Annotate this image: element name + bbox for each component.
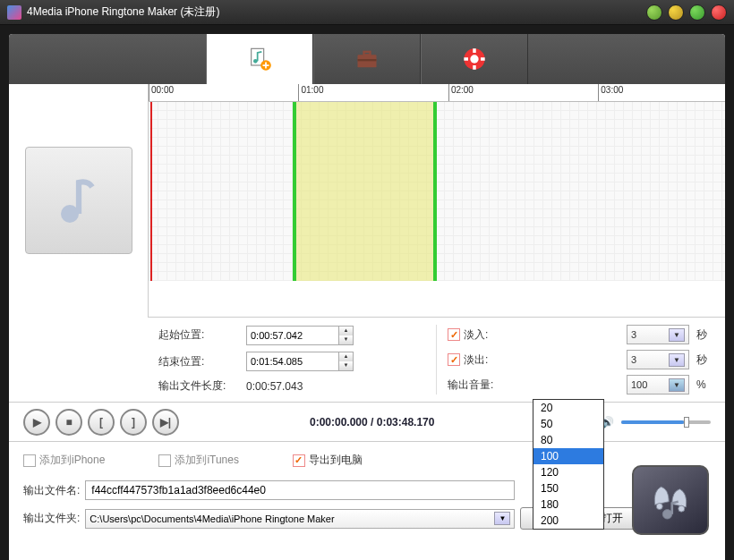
- spinner-up[interactable]: ▲: [339, 327, 353, 335]
- toolbar: [9, 34, 725, 84]
- selection-range[interactable]: [293, 102, 437, 281]
- tab-help[interactable]: [421, 34, 528, 84]
- output-volume-label: 输出音量:: [448, 378, 559, 393]
- output-length-value: 0:00:57.043: [246, 380, 363, 393]
- set-start-button[interactable]: [: [88, 409, 115, 436]
- music-note-icon: [52, 174, 106, 227]
- export-to-pc-label: 导出到电脑: [309, 453, 363, 468]
- time-ruler: 00:00 01:00 02:00 03:00: [149, 84, 725, 102]
- volume-option[interactable]: 100: [533, 448, 603, 464]
- volume-option[interactable]: 200: [533, 513, 603, 529]
- add-to-itunes-checkbox[interactable]: [158, 454, 171, 467]
- tab-add-file[interactable]: [206, 34, 313, 84]
- output-volume-select[interactable]: 100▼: [627, 375, 689, 395]
- volume-option[interactable]: 80: [533, 432, 603, 448]
- create-ringtone-button[interactable]: [632, 465, 709, 535]
- play-button[interactable]: ▶: [23, 409, 50, 436]
- timeline[interactable]: 00:00 01:00 02:00 03:00: [148, 84, 725, 317]
- close-button[interactable]: [711, 4, 727, 21]
- output-length-label: 输出文件长度:: [158, 378, 239, 394]
- playback-controls: ▶ ■ [ ] ▶| 0:00:00.000 / 0:03:48.170 🔊: [9, 402, 725, 441]
- main-panel: 00:00 01:00 02:00 03:00 起始位置: ▲▼ 结束位置: ▲…: [9, 34, 725, 560]
- set-end-button[interactable]: ]: [120, 409, 147, 436]
- fade-in-checkbox[interactable]: [448, 328, 460, 341]
- volume-option[interactable]: 120: [533, 464, 603, 480]
- thumbnail-column: [9, 84, 148, 317]
- time-display: 0:00:00.000 / 0:03:48.170: [310, 416, 434, 428]
- lifebuoy-icon: [462, 47, 487, 72]
- fade-out-checkbox[interactable]: [448, 353, 460, 366]
- tab-library[interactable]: [313, 34, 421, 84]
- volume-option[interactable]: 50: [533, 416, 603, 432]
- percent-unit: %: [696, 378, 714, 391]
- svg-point-7: [470, 55, 478, 63]
- chevron-down-icon: ▼: [669, 328, 685, 342]
- fade-in-label: 淡入:: [464, 328, 488, 341]
- volume-dropdown-list[interactable]: 205080100120150180200: [533, 399, 604, 530]
- ruler-tick: 00:00: [149, 84, 174, 101]
- spinner-down[interactable]: ▼: [339, 361, 353, 370]
- parameters-row: 起始位置: ▲▼ 结束位置: ▲▼ 输出文件长度: 0:00:57.043 淡入…: [148, 317, 725, 402]
- export-to-pc-checkbox[interactable]: [293, 454, 305, 467]
- add-to-iphone-checkbox[interactable]: [23, 454, 36, 467]
- output-filename-input[interactable]: [85, 480, 515, 500]
- briefcase-icon: [354, 47, 380, 72]
- output-area: 添加到iPhone 添加到iTunes 导出到电脑 输出文件名: 输出文件夹: …: [9, 441, 725, 547]
- ruler-tick: 03:00: [598, 84, 623, 101]
- selection-start-handle[interactable]: [293, 178, 296, 205]
- timeline-area: 00:00 01:00 02:00 03:00: [9, 84, 725, 317]
- chevron-down-icon: ▼: [669, 353, 685, 367]
- add-to-itunes-label: 添加到iTunes: [175, 453, 239, 468]
- start-position-input[interactable]: ▲▼: [246, 326, 354, 345]
- music-add-icon: [247, 47, 272, 72]
- minimize-button[interactable]: [668, 4, 684, 21]
- waveform-area[interactable]: [149, 102, 725, 281]
- svg-rect-5: [358, 59, 377, 61]
- fade-in-select[interactable]: 3▼: [627, 325, 689, 344]
- selection-end-handle[interactable]: [433, 178, 437, 205]
- playhead-marker[interactable]: [150, 102, 152, 281]
- bells-icon: [645, 475, 696, 525]
- svg-rect-3: [358, 55, 377, 67]
- help-button[interactable]: [646, 4, 662, 21]
- titlebar: 4Media iPhone Ringtone Maker (未注册): [0, 0, 734, 25]
- file-thumbnail: [25, 147, 132, 254]
- window-title: 4Media iPhone Ringtone Maker (未注册): [27, 4, 641, 20]
- volume-option[interactable]: 20: [533, 400, 603, 416]
- end-position-input[interactable]: ▲▼: [246, 352, 354, 371]
- maximize-button[interactable]: [689, 4, 705, 21]
- output-folder-select[interactable]: C:\Users\pc\Documents\4Media\iPhone Ring…: [85, 509, 515, 529]
- chevron-down-icon: ▼: [494, 512, 510, 525]
- seconds-unit: 秒: [696, 327, 714, 343]
- svg-point-10: [679, 505, 685, 512]
- output-folder-label: 输出文件夹:: [23, 511, 80, 526]
- stop-button[interactable]: ■: [55, 409, 82, 436]
- fade-out-label: 淡出:: [464, 353, 488, 366]
- volume-option[interactable]: 150: [533, 480, 603, 496]
- spinner-down[interactable]: ▼: [339, 335, 353, 344]
- output-filename-label: 输出文件名:: [23, 483, 80, 498]
- app-icon: [7, 5, 21, 20]
- end-position-label: 结束位置:: [158, 354, 239, 369]
- ruler-tick: 01:00: [298, 84, 323, 101]
- spinner-up[interactable]: ▲: [339, 352, 353, 361]
- fade-out-select[interactable]: 3▼: [627, 350, 689, 369]
- volume-option[interactable]: 180: [533, 496, 603, 513]
- start-position-label: 起始位置:: [158, 327, 239, 343]
- preview-button[interactable]: ▶|: [152, 409, 179, 436]
- seconds-unit: 秒: [696, 352, 714, 368]
- chevron-down-icon: ▼: [669, 378, 685, 392]
- volume-slider[interactable]: [621, 420, 711, 424]
- svg-rect-4: [364, 52, 371, 55]
- svg-point-9: [656, 504, 662, 510]
- svg-point-11: [662, 510, 672, 520]
- add-to-iphone-label: 添加到iPhone: [39, 453, 105, 468]
- ruler-tick: 02:00: [448, 84, 474, 101]
